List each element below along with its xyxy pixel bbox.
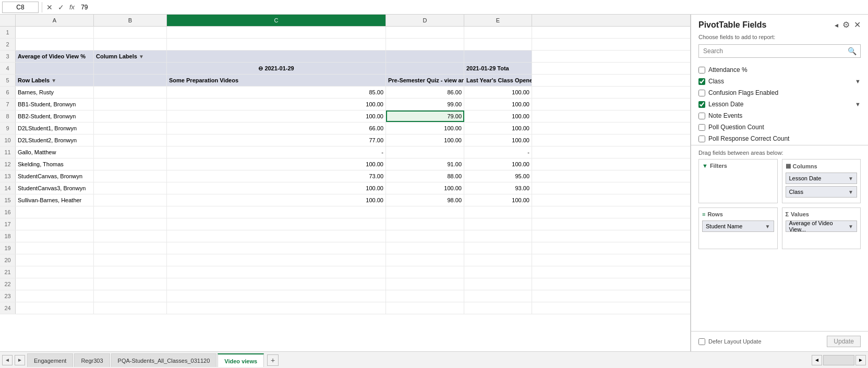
- columns-item-lesson-date-dropdown[interactable]: ▼: [848, 176, 853, 181]
- columns-item-class[interactable]: Class ▼: [786, 186, 858, 198]
- cell-d4[interactable]: [386, 63, 464, 74]
- cell-e15[interactable]: 100.00: [464, 194, 532, 206]
- cell-d6[interactable]: 86.00: [386, 87, 464, 98]
- cell-c11[interactable]: -: [167, 146, 386, 158]
- cell-c10[interactable]: 77.00: [167, 134, 386, 146]
- cell-a10[interactable]: D2LStudent2, Bronwyn: [16, 134, 94, 146]
- cell-b12[interactable]: [94, 158, 167, 170]
- cell-d3[interactable]: [386, 51, 464, 62]
- cell-e7[interactable]: 100.00: [464, 99, 532, 110]
- col-header-c[interactable]: C: [167, 15, 386, 26]
- col-header-b[interactable]: B: [94, 15, 167, 26]
- horiz-scroll-track[interactable]: [823, 355, 854, 365]
- cell-c4[interactable]: ⊖ 2021-01-29: [167, 63, 386, 74]
- cell-b2[interactable]: [94, 39, 167, 50]
- cell-a1[interactable]: [16, 27, 94, 38]
- cell-c6[interactable]: 85.00: [167, 87, 386, 98]
- cell-e14[interactable]: 93.00: [464, 182, 532, 194]
- cell-b9[interactable]: [94, 122, 167, 134]
- field-item-confusion[interactable]: Confusion Flags Enabled: [698, 87, 861, 99]
- cell-e13[interactable]: 95.00: [464, 170, 532, 182]
- field-item-class[interactable]: Class ▼: [698, 76, 861, 87]
- row-labels-filter-icon[interactable]: ▼: [51, 78, 56, 83]
- cell-a6[interactable]: Barnes, Rusty: [16, 87, 94, 98]
- cell-e3[interactable]: [464, 51, 532, 62]
- field-checkbox-class[interactable]: [698, 78, 705, 85]
- cell-e11[interactable]: -: [464, 146, 532, 158]
- horiz-scroll-left-btn[interactable]: ◄: [812, 355, 822, 365]
- cell-e12[interactable]: 100.00: [464, 158, 532, 170]
- cell-d5[interactable]: Pre-Semester Quiz - view and respond bef…: [386, 75, 464, 86]
- cell-c9[interactable]: 66.00: [167, 122, 386, 134]
- field-checkbox-note-events[interactable]: [698, 113, 705, 119]
- rows-item-student-name[interactable]: Student Name ▼: [702, 220, 774, 232]
- cell-c5[interactable]: Some Preparation Videos: [167, 75, 386, 86]
- cell-b15[interactable]: [94, 194, 167, 206]
- cell-a9[interactable]: D2LStudent1, Bronwyn: [16, 122, 94, 134]
- rows-item-student-name-dropdown[interactable]: ▼: [765, 224, 770, 229]
- tab-nav-left-btn[interactable]: ◄: [2, 355, 13, 365]
- cell-b13[interactable]: [94, 170, 167, 182]
- cell-a14[interactable]: StudentCanvas3, Bronwyn: [16, 182, 94, 194]
- cell-e9[interactable]: 100.00: [464, 122, 532, 134]
- values-item-avg-video-dropdown[interactable]: ▼: [848, 224, 853, 229]
- update-button[interactable]: Update: [827, 336, 861, 347]
- tab-video-views[interactable]: Video views: [218, 353, 264, 367]
- cell-a13[interactable]: StudentCanvas, Bronwyn: [16, 170, 94, 182]
- formula-input[interactable]: [79, 2, 866, 13]
- col-header-d[interactable]: D: [386, 15, 464, 26]
- field-checkbox-poll-question[interactable]: [698, 124, 705, 131]
- cell-e1[interactable]: [464, 27, 532, 38]
- lesson-date-filter-icon[interactable]: ▼: [855, 101, 861, 107]
- cell-e5[interactable]: Last Year's Class Opener: [464, 75, 532, 86]
- cell-e10[interactable]: 100.00: [464, 134, 532, 146]
- field-checkbox-poll-response[interactable]: [698, 136, 705, 142]
- defer-update-checkbox[interactable]: [698, 338, 705, 345]
- cell-c13[interactable]: 73.00: [167, 170, 386, 182]
- tab-engagement[interactable]: Engagement: [27, 353, 73, 367]
- cell-d11[interactable]: [386, 146, 464, 158]
- cell-b8[interactable]: [94, 111, 167, 122]
- cell-b4[interactable]: [94, 63, 167, 74]
- cell-a11[interactable]: Gallo, Matthew: [16, 146, 94, 158]
- cell-c1[interactable]: [167, 27, 386, 38]
- pivot-search-input[interactable]: [698, 44, 861, 58]
- column-labels-filter-icon[interactable]: ▼: [139, 54, 144, 59]
- cell-a7[interactable]: BB1-Student, Bronwyn: [16, 99, 94, 110]
- pivot-settings-icon[interactable]: ⚙: [842, 20, 850, 30]
- sheet-body[interactable]: 1 2 3 Average of Video View % Column: [0, 27, 690, 351]
- cell-b5[interactable]: [94, 75, 167, 86]
- cell-a8[interactable]: BB2-Student, Bronwyn: [16, 111, 94, 122]
- field-item-lesson-date[interactable]: Lesson Date ▼: [698, 99, 861, 110]
- cell-d14[interactable]: 100.00: [386, 182, 464, 194]
- col-header-e[interactable]: E: [464, 15, 532, 26]
- add-sheet-button[interactable]: +: [267, 354, 279, 366]
- cell-b6[interactable]: [94, 87, 167, 98]
- horiz-scroll-right-btn[interactable]: ►: [855, 355, 866, 365]
- values-item-avg-video[interactable]: Average of Video View... ▼: [786, 220, 858, 232]
- cell-c12[interactable]: 100.00: [167, 158, 386, 170]
- cell-reference-box[interactable]: [2, 2, 39, 13]
- columns-item-lesson-date[interactable]: Lesson Date ▼: [786, 173, 858, 184]
- cell-b3[interactable]: Column Labels ▼: [94, 51, 167, 62]
- tab-regr303[interactable]: Regr303: [74, 353, 110, 367]
- cancel-formula-icon[interactable]: ✕: [45, 3, 54, 11]
- cell-d13[interactable]: 88.00: [386, 170, 464, 182]
- cell-d15[interactable]: 98.00: [386, 194, 464, 206]
- cell-d7[interactable]: 99.00: [386, 99, 464, 110]
- cell-a15[interactable]: Sullivan-Barnes, Heather: [16, 194, 94, 206]
- cell-c7[interactable]: 100.00: [167, 99, 386, 110]
- cell-b10[interactable]: [94, 134, 167, 146]
- cell-e2[interactable]: [464, 39, 532, 50]
- field-item-poll-question[interactable]: Poll Question Count: [698, 121, 861, 133]
- cell-a4[interactable]: [16, 63, 94, 74]
- cell-e6[interactable]: 100.00: [464, 87, 532, 98]
- cell-b7[interactable]: [94, 99, 167, 110]
- tab-pqa-students[interactable]: PQA-Students_All_Classes_031120: [111, 353, 217, 367]
- pivot-close-icon[interactable]: ✕: [854, 20, 861, 30]
- cell-d12[interactable]: 91.00: [386, 158, 464, 170]
- cell-a2[interactable]: [16, 39, 94, 50]
- cell-e8[interactable]: 100.00: [464, 111, 532, 122]
- cell-c2[interactable]: [167, 39, 386, 50]
- cell-c3[interactable]: [167, 51, 386, 62]
